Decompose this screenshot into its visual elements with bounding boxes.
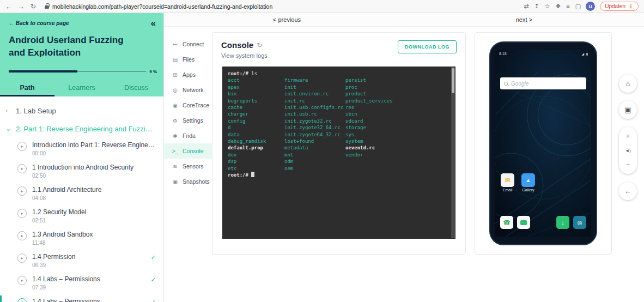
- tab-discuss[interactable]: Discuss: [109, 80, 163, 96]
- terminal-scrollbar[interactable]: [451, 67, 455, 238]
- tool-item-frida[interactable]: ✱ Frida: [164, 128, 212, 143]
- zoom-in-button[interactable]: +: [619, 129, 637, 143]
- play-icon: ▸: [17, 164, 27, 173]
- camera-app-icon[interactable]: ◎: [573, 216, 586, 229]
- tool-item-connect[interactable]: ⊷ Connect: [164, 37, 212, 52]
- collapse-sidebar-icon[interactable]: «: [151, 19, 156, 28]
- play-icon: ▸: [17, 142, 27, 151]
- dock: ☎↓◎: [500, 216, 586, 229]
- gallery-app[interactable]: ▲ Gallery: [521, 173, 535, 192]
- update-button[interactable]: Updaten ⋮: [600, 2, 639, 11]
- browser-nav: ←→↻: [5, 3, 36, 10]
- progress-track: [9, 71, 146, 72]
- kebab-menu-icon[interactable]: ⋮: [628, 3, 634, 9]
- home-button[interactable]: ⌂: [619, 75, 637, 93]
- reading-list-icon[interactable]: ≡: [566, 3, 569, 10]
- tool-label: Network: [183, 87, 204, 93]
- back-to-course-link[interactable]: ← Back to course page: [9, 20, 69, 26]
- screenshot-button[interactable]: ▣: [619, 101, 637, 119]
- lesson-item[interactable]: ▸ 1.3 Android Sandbox 11:48: [0, 227, 163, 250]
- forward-icon[interactable]: →: [18, 3, 25, 10]
- play-icon: ▸: [17, 209, 27, 218]
- back-icon[interactable]: ←: [5, 3, 12, 10]
- google-search-bar[interactable]: Google: [500, 77, 586, 89]
- phone-frame: 8:18 ◢ ▮ Google ✉ Email ▲ Gallery ☎↓◎: [489, 41, 597, 245]
- tool-item-sensors[interactable]: ≋ Sensors: [164, 159, 212, 174]
- player-main: < previous next > ⊷ Connect ▤ Files ⊞ Ap…: [163, 13, 644, 302]
- lesson-item[interactable]: ▸ 1.4 Labs – Permissions 07:39 ✓: [0, 272, 163, 294]
- tool-item-files[interactable]: ▤ Files: [164, 52, 212, 67]
- tool-label: Sensors: [183, 163, 204, 170]
- app-label: Email: [501, 188, 514, 192]
- lesson-item[interactable]: ▸ 1.4 Permission 06:39 ✓: [0, 250, 163, 272]
- tool-item-console[interactable]: >_ Console: [164, 143, 212, 159]
- bookmark-icon[interactable]: ☆: [545, 3, 550, 10]
- terminal[interactable]: root:/# lsacctfirmwarepersistapexinitpro…: [222, 67, 455, 239]
- address-bar[interactable]: mobilehackinglab.com/path-player?coursei…: [45, 3, 519, 10]
- progress-label: 9 %: [149, 69, 157, 74]
- section-part1[interactable]: ⌄ 2. Part 1: Reverse Engineering and Fuz…: [0, 120, 163, 138]
- section-label: 1. Lab Setup: [16, 107, 56, 115]
- tab-path[interactable]: Path: [0, 80, 54, 96]
- side-panel-icon[interactable]: ▢: [575, 3, 581, 10]
- terminal-line: bugreportsinit.rcproduct_services: [228, 98, 450, 104]
- tool-item-snapshots[interactable]: ▣ Snapshots: [164, 174, 212, 189]
- phone-app-icon[interactable]: ☎: [500, 216, 513, 229]
- chevron-right-icon: ›: [5, 107, 10, 114]
- reload-icon[interactable]: ↻: [31, 3, 36, 10]
- tool-item-settings[interactable]: ⚙ Settings: [164, 113, 212, 128]
- lesson-item[interactable]: ∞ 1.4 Labs – Permissions ✓: [0, 294, 163, 302]
- tab-learners[interactable]: Learners: [54, 80, 109, 96]
- lesson-item[interactable]: ▸ Introduction into Part 1: Reverse Engi…: [0, 138, 163, 160]
- lesson-title: 1.2 Security Model: [32, 208, 156, 216]
- chat-bubble-icon: [520, 220, 527, 225]
- home-apps-row: ✉ Email ▲ Gallery: [501, 173, 535, 192]
- terminal-line: datainit.zygote64_32.rcsys: [228, 131, 450, 138]
- search-icon: [504, 82, 508, 86]
- tool-label: Apps: [183, 71, 196, 78]
- section-lab-setup[interactable]: › 1. Lab Setup: [0, 102, 163, 120]
- refresh-icon[interactable]: ↻: [257, 41, 262, 49]
- lesson-title: 1.4 Labs – Permissions: [32, 298, 145, 302]
- lesson-title: 1.1 Android Architecture: [32, 186, 156, 194]
- emulator-panel: 8:18 ◢ ▮ Google ✉ Email ▲ Gallery ☎↓◎: [475, 32, 612, 255]
- tool-menu: ⊷ Connect ▤ Files ⊞ Apps ◎ Network ◉ Cor…: [164, 32, 212, 302]
- course-outline: › 1. Lab Setup ⌄ 2. Part 1: Reverse Engi…: [0, 96, 163, 302]
- lesson-item[interactable]: ▸ 1 Introduction into Android Security 0…: [0, 160, 163, 183]
- snapshots-icon: ▣: [172, 179, 179, 185]
- lesson-item[interactable]: ▸ 1.2 Security Model 02:51: [0, 205, 163, 227]
- tool-label: Connect: [183, 41, 204, 47]
- translate-icon[interactable]: ⇄: [524, 3, 528, 10]
- tool-label: Files: [183, 56, 195, 63]
- email-app[interactable]: ✉ Email: [501, 173, 514, 192]
- tool-item-apps[interactable]: ⊞ Apps: [164, 67, 212, 82]
- zoom-out-button[interactable]: −: [619, 158, 637, 172]
- lesson-duration: 06:39: [32, 262, 145, 268]
- play-icon: ▸: [17, 231, 27, 240]
- profile-avatar[interactable]: U: [586, 2, 595, 11]
- previous-button[interactable]: < previous: [273, 16, 301, 23]
- status-icons: ◢ ▮: [581, 52, 588, 56]
- sidebar-header: ← Back to course page « Android Userland…: [0, 13, 163, 96]
- installer-app-icon[interactable]: ↓: [556, 216, 569, 229]
- terminal-line: bininit.environ.rcproduct: [228, 90, 450, 97]
- terminal-scrollbar-thumb[interactable]: [452, 68, 454, 93]
- lesson-item[interactable]: ▸ 1.1 Android Architecture 04:08: [0, 183, 163, 205]
- play-icon: ▸: [17, 253, 27, 263]
- tool-item-coretrace[interactable]: ◉ CoreTrace: [164, 98, 212, 113]
- next-button[interactable]: next >: [516, 16, 532, 23]
- play-icon: ▸: [17, 186, 27, 196]
- clock: 8:18: [499, 52, 507, 56]
- tool-item-network[interactable]: ◎ Network: [164, 82, 212, 98]
- progress-fill: [9, 70, 77, 73]
- volume-button[interactable]: ◄): [619, 143, 637, 158]
- console-panel: Console ↻ View system logs DOWNLOAD LOG …: [212, 32, 466, 255]
- messages-app-icon[interactable]: [517, 216, 530, 229]
- back-button[interactable]: ←: [619, 182, 637, 200]
- phone-screen[interactable]: 8:18 ◢ ▮ Google ✉ Email ▲ Gallery ☎↓◎: [495, 50, 591, 237]
- extensions-icon[interactable]: ❖: [555, 3, 561, 10]
- check-icon: ✓: [151, 299, 156, 302]
- download-log-button[interactable]: DOWNLOAD LOG: [398, 40, 457, 53]
- share-icon[interactable]: ↥: [534, 3, 539, 10]
- progress-bar: 9 %: [0, 59, 163, 74]
